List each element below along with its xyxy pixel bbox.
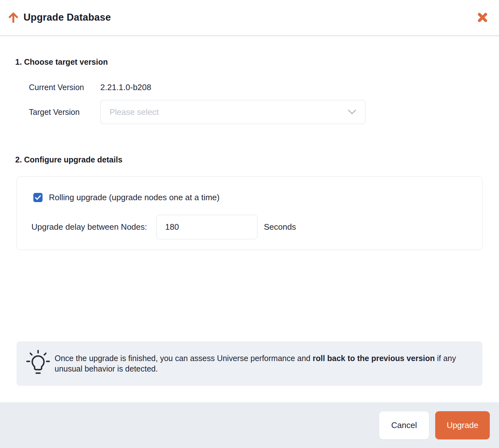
target-version-select[interactable]: Please select [100, 100, 365, 124]
rolling-upgrade-checkbox[interactable] [33, 193, 43, 202]
upgrade-arrow-icon [7, 11, 20, 24]
lightbulb-icon [25, 349, 51, 379]
upgrade-config-card: Rolling upgrade (upgrade nodes one at a … [17, 176, 482, 250]
upgrade-delay-input[interactable] [156, 215, 257, 239]
rolling-upgrade-label: Rolling upgrade (upgrade nodes one at a … [49, 193, 220, 202]
upgrade-delay-row: Upgrade delay between Nodes: Seconds [33, 215, 482, 239]
upgrade-delay-label: Upgrade delay between Nodes: [31, 222, 147, 232]
rolling-upgrade-row: Rolling upgrade (upgrade nodes one at a … [33, 193, 482, 202]
close-icon [477, 12, 488, 23]
section-heading-configure: 2. Configure upgrade details [15, 155, 482, 164]
modal-title: Upgrade Database [23, 12, 111, 23]
checkmark-icon [35, 195, 41, 200]
current-version-row: Current Version 2.21.1.0-b208 [17, 82, 482, 92]
target-version-placeholder: Please select [110, 107, 348, 117]
upgrade-delay-unit: Seconds [264, 222, 296, 232]
target-version-row: Target Version Please select [17, 100, 482, 124]
info-note-text: Once the upgrade is finished, you can as… [55, 353, 470, 374]
current-version-label: Current Version [17, 83, 100, 92]
target-version-label: Target Version [17, 108, 100, 117]
modal-footer: Cancel Upgrade [0, 402, 499, 448]
info-note-text-bold: roll back to the previous version [313, 354, 435, 363]
upgrade-button[interactable]: Upgrade [435, 411, 490, 439]
chevron-down-icon [348, 109, 356, 115]
info-note: Once the upgrade is finished, you can as… [17, 341, 482, 386]
close-button[interactable] [476, 10, 489, 24]
modal-header: Upgrade Database [0, 0, 499, 36]
cancel-button[interactable]: Cancel [379, 411, 429, 439]
modal-body: 1. Choose target version Current Version… [0, 36, 499, 402]
current-version-value: 2.21.1.0-b208 [100, 82, 151, 92]
info-note-text-before: Once the upgrade is finished, you can as… [55, 354, 313, 363]
section-heading-choose-version: 1. Choose target version [15, 57, 482, 67]
